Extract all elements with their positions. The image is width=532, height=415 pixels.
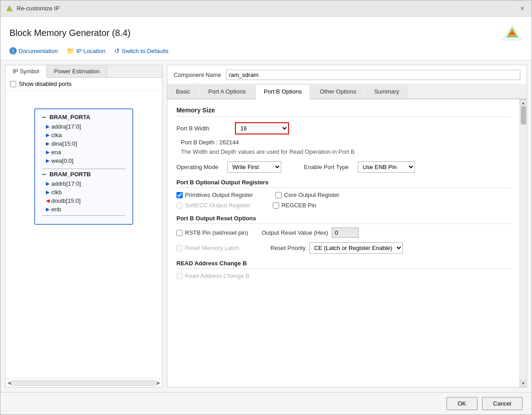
port-group-a-text: BRAM_PORTA (50, 114, 90, 120)
show-disabled-checkbox[interactable] (10, 81, 16, 87)
arrow-icon: ▶ (46, 181, 50, 187)
tab-power-estimation[interactable]: Power Estimation (47, 65, 107, 77)
softECC-checkbox[interactable] (176, 202, 183, 209)
read-address-item: Read Address Change B (176, 272, 510, 279)
port-b-depth-text: Port B Depth : 262144 (176, 139, 510, 146)
memory-size-title: Memory Size (176, 107, 510, 117)
documentation-link[interactable]: i Documentation (9, 47, 58, 54)
left-panel: IP Symbol Power Estimation Show disabled… (5, 65, 162, 388)
horizontal-scrollbar[interactable] (12, 380, 156, 386)
port-group-b-label: BRAM_PORTB (42, 171, 125, 178)
component-name-row: Component Name (167, 65, 527, 84)
port-name: addrb[17:0] (51, 180, 81, 187)
port-b-depth-note: The Width and Depth values are used for … (176, 148, 510, 155)
ip-location-link[interactable]: 📁 IP Location (67, 47, 105, 54)
port-b-width-label: Port B Width (176, 125, 230, 132)
port-name: ena (51, 149, 61, 156)
output-registers-row1: Primitives Output Register Core Output R… (176, 192, 510, 198)
vivado-logo (502, 24, 523, 42)
arrow-icon: ▶ (46, 158, 50, 164)
regceb-label: REGCEB Pin (281, 202, 316, 209)
port-group-a-label: BRAM_PORTA (42, 114, 125, 120)
port-name: dina[15:0] (51, 140, 77, 147)
scroll-left-arrow[interactable]: ◀ (7, 380, 11, 386)
port-item: ▶ dina[15:0] (42, 139, 125, 148)
switch-defaults-link[interactable]: ↺ Switch to Defaults (114, 47, 168, 54)
vertical-scrollbar: ▲ ▼ (519, 99, 527, 387)
regceb-item: REGCEB Pin (273, 202, 316, 209)
port-b-width-select[interactable]: 8 16 32 64 (235, 122, 289, 134)
port-group-a: BRAM_PORTA ▶ addra[17:0] ▶ clka ▶ dina (42, 114, 125, 165)
scroll-down-arrow[interactable]: ▼ (520, 380, 527, 387)
primitives-output-register-checkbox[interactable] (176, 192, 183, 198)
scroll-up-arrow[interactable]: ▲ (520, 99, 527, 107)
reset-memory-latch-label: Reset Memory Latch (185, 245, 239, 251)
scroll-track (520, 107, 527, 380)
core-output-register-checkbox[interactable] (275, 192, 282, 198)
softECC-label: SoftECC Output Register (185, 202, 250, 209)
title-bar: Re-customize IP × (0, 0, 532, 17)
tab-content: Memory Size Port B Width 8 16 32 64 Port… (167, 99, 519, 387)
right-panel: Component Name Basic Port A Options Port… (167, 65, 527, 388)
operating-mode-select[interactable]: Write First Read First No Change (227, 161, 281, 173)
reset-priority-select[interactable]: CE (Latch or Register Enable) SR (Set/Re… (309, 242, 403, 254)
tab-basic[interactable]: Basic (167, 84, 199, 98)
folder-icon: 📁 (67, 47, 74, 54)
arrow-icon: ▶ (46, 149, 50, 155)
horizontal-scrollbar-area: ◀ ▶ (5, 378, 162, 387)
port-item: ◀ doutb[15:0] (42, 196, 125, 205)
reset-row2: Reset Memory Latch Reset Priority CE (La… (176, 242, 510, 254)
output-reset-value-label: Output Reset Value (Hex) (261, 229, 328, 236)
cancel-button[interactable]: Cancel (482, 397, 523, 410)
mode-row: Operating Mode Write First Read First No… (176, 161, 510, 173)
left-tabs: IP Symbol Power Estimation (5, 65, 162, 78)
read-address-title: READ Address Change B (176, 260, 510, 269)
show-disabled-row: Show disabled ports (5, 78, 162, 90)
symbol-area: BRAM_PORTA ▶ addra[17:0] ▶ clka ▶ dina (5, 90, 162, 378)
reset-priority-row: Reset Priority CE (Latch or Register Ena… (271, 242, 403, 254)
port-name: clka (51, 132, 62, 138)
app-icon (6, 5, 13, 12)
softECC-item: SoftECC Output Register (176, 202, 250, 209)
tab-other-options[interactable]: Other Options (311, 84, 365, 98)
rstb-pin-item: RSTB Pin (set/reset pin) (176, 229, 248, 236)
reset-memory-latch-checkbox[interactable] (176, 245, 183, 251)
info-icon: i (9, 47, 17, 54)
enable-port-type-select[interactable]: Always Enabled Use ENB Pin (358, 161, 415, 173)
rstb-pin-checkbox[interactable] (176, 230, 183, 236)
dialog-body: IP Symbol Power Estimation Show disabled… (0, 60, 532, 392)
core-output-register-item: Core Output Register (275, 192, 339, 198)
component-name-input[interactable] (226, 70, 521, 80)
tab-port-a-options[interactable]: Port A Options (200, 84, 254, 98)
tab-port-b-options[interactable]: Port B Options (255, 84, 311, 99)
primitives-output-register-item: Primitives Output Register (176, 192, 253, 198)
port-b-width-row: Port B Width 8 16 32 64 (176, 122, 510, 134)
port-name: wea[0:0] (51, 157, 73, 164)
show-disabled-label: Show disabled ports (19, 80, 72, 87)
scroll-right-arrow[interactable]: ▶ (157, 380, 160, 386)
tab-summary[interactable]: Summary (365, 84, 408, 98)
tab-ip-symbol[interactable]: IP Symbol (5, 65, 47, 78)
arrow-icon: ▶ (46, 206, 50, 212)
dialog-title-text: Block Memory Generator (8.4) (9, 28, 131, 38)
read-address-section: READ Address Change B Read Address Chang… (176, 260, 510, 279)
port-item: ▶ ena (42, 148, 125, 156)
port-name: enb (51, 206, 61, 213)
port-name: doutb[15:0] (51, 197, 81, 204)
scroll-thumb[interactable] (521, 107, 526, 125)
regceb-checkbox[interactable] (273, 202, 279, 209)
output-registers-title: Port B Optional Output Registers (176, 179, 510, 188)
port-group-b-text: BRAM_PORTB (50, 171, 91, 178)
ok-button[interactable]: OK (446, 397, 478, 410)
dialog-footer: OK Cancel (0, 392, 532, 415)
ip-symbol-box: BRAM_PORTA ▶ addra[17:0] ▶ clka ▶ dina (34, 108, 133, 225)
reset-priority-label: Reset Priority (271, 245, 306, 251)
arrow-icon: ▶ (46, 124, 50, 129)
arrow-icon: ▶ (46, 141, 50, 147)
port-item: ▶ addra[17:0] (42, 122, 125, 131)
read-address-checkbox[interactable] (176, 273, 183, 279)
output-reset-value-input[interactable] (332, 228, 359, 238)
core-output-register-label: Core Output Register (284, 192, 339, 198)
toolbar: i Documentation 📁 IP Location ↺ Switch t… (9, 47, 523, 54)
close-button[interactable]: × (518, 4, 526, 13)
